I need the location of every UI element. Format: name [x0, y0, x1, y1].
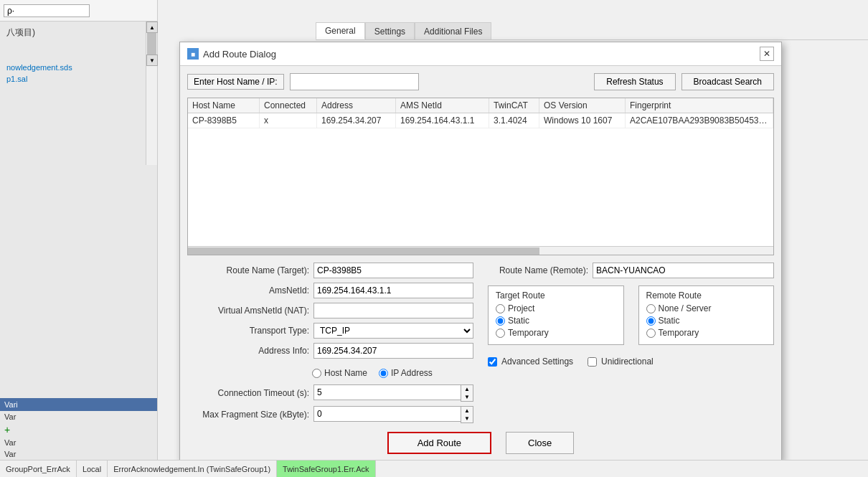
col-twincat: TwinCAT — [489, 98, 539, 113]
route-name-remote-row: Route Name (Remote): — [488, 263, 774, 278]
route-name-remote-input[interactable] — [593, 263, 774, 278]
route-name-remote-label: Route Name (Remote): — [488, 265, 588, 275]
scroll-thumb[interactable] — [147, 33, 156, 55]
remote-temporary-radio[interactable] — [646, 329, 656, 338]
scroll-up-btn[interactable]: ▲ — [146, 22, 158, 33]
dialog-footer: Add Route Close — [187, 432, 774, 454]
conn-timeout-arrows: ▲ ▼ — [461, 384, 473, 402]
virtual-amsnetid-label: Virtual AmsNetId (NAT): — [187, 306, 309, 316]
search-box[interactable]: ρ · — [4, 4, 90, 17]
var-add-btn[interactable]: + — [0, 422, 157, 437]
target-project-radio[interactable] — [496, 304, 505, 313]
td-amsnetid: 169.254.164.43.1.1 — [396, 113, 489, 128]
broadcast-search-btn[interactable]: Broadcast Search — [681, 73, 774, 90]
table-header: Host Name Connected Address AMS NetId Tw… — [188, 98, 773, 113]
max-fragment-up[interactable]: ▲ — [461, 407, 473, 415]
remote-none-radio[interactable] — [646, 304, 656, 313]
form-left: Route Name (Target): AmsNetId: Virtual A… — [187, 263, 473, 423]
transport-type-row: Transport Type: TCP_IP — [187, 323, 473, 339]
hostname-radio-label[interactable]: Host Name — [312, 368, 367, 378]
target-temporary-label[interactable]: Temporary — [496, 328, 616, 338]
td-hostname: CP-8398B5 — [188, 113, 260, 128]
ipaddress-radio[interactable] — [379, 369, 388, 378]
host-input[interactable] — [290, 73, 419, 90]
target-route-group: Target Route Project Static — [488, 285, 624, 345]
target-temporary-text: Temporary — [508, 328, 549, 338]
advanced-settings-checkbox[interactable] — [488, 357, 497, 367]
var-item-2[interactable]: Var — [0, 437, 157, 448]
hostname-radio[interactable] — [312, 369, 321, 378]
conn-timeout-up[interactable]: ▲ — [461, 385, 473, 393]
conn-timeout-row: Connection Timeout (s): ▲ ▼ — [187, 384, 473, 402]
dialog-title-text: Add Route Dialog — [203, 49, 276, 60]
status-bar: GroupPort_ErrAck Local ErrorAcknowledgem… — [0, 460, 868, 477]
close-button[interactable]: Close — [506, 432, 574, 454]
unidirectional-checkbox[interactable] — [588, 357, 597, 367]
remote-none-label[interactable]: None / Server — [646, 303, 767, 313]
file-item-sds[interactable]: nowledgement.sds — [4, 62, 154, 73]
scroll-down-btn[interactable]: ▼ — [146, 55, 158, 66]
left-scrollbar[interactable]: ▲ ▼ — [146, 22, 157, 165]
target-static-radio[interactable] — [496, 316, 505, 326]
search-icon: ρ — [7, 6, 12, 16]
var-panel-title: Vari — [0, 398, 157, 411]
remote-temporary-label[interactable]: Temporary — [646, 328, 767, 338]
var-item-1[interactable]: Var — [0, 411, 157, 422]
transport-type-select[interactable]: TCP_IP — [313, 323, 473, 339]
host-row: Enter Host Name / IP: Refresh Status Bro… — [187, 73, 774, 90]
table-scrollbar[interactable] — [188, 246, 773, 255]
advanced-settings-label[interactable]: Advanced Settings — [488, 356, 573, 367]
project-item[interactable]: 八项目) — [4, 25, 154, 40]
advanced-settings-text: Advanced Settings — [501, 356, 573, 367]
remote-route-group: Remote Route None / Server Static — [638, 285, 775, 345]
col-connected: Connected — [260, 98, 317, 113]
target-route-title: Target Route — [496, 291, 616, 301]
enter-host-btn[interactable]: Enter Host Name / IP: — [187, 74, 284, 90]
unidirectional-label[interactable]: Unidirectional — [588, 356, 654, 367]
max-fragment-arrows: ▲ ▼ — [461, 406, 473, 423]
ipaddress-radio-text: IP Address — [391, 368, 433, 378]
remote-none-text: None / Server — [659, 303, 712, 313]
target-static-label[interactable]: Static — [496, 316, 616, 326]
table-row[interactable]: CP-8398B5 x 169.254.34.207 169.254.164.4… — [188, 113, 773, 128]
dialog-body: Enter Host Name / IP: Refresh Status Bro… — [180, 66, 781, 461]
virtual-amsnetid-input[interactable] — [313, 303, 473, 318]
left-file-items: nowledgement.sds p1.sal — [4, 62, 154, 85]
dialog-overlay: ■ Add Route Dialog ✕ Enter Host Name / I… — [158, 20, 868, 477]
device-table[interactable]: Host Name Connected Address AMS NetId Tw… — [187, 98, 774, 255]
td-address: 169.254.34.207 — [317, 113, 396, 128]
refresh-status-btn[interactable]: Refresh Status — [594, 73, 675, 90]
add-route-button[interactable]: Add Route — [387, 432, 491, 454]
dialog-title-left: ■ Add Route Dialog — [187, 48, 276, 60]
route-name-input[interactable] — [313, 263, 473, 278]
route-options-container: Target Route Project Static — [488, 285, 774, 345]
target-project-label[interactable]: Project — [496, 303, 616, 313]
remote-static-label[interactable]: Static — [646, 316, 767, 326]
conn-timeout-label: Connection Timeout (s): — [187, 388, 309, 398]
unidirectional-text: Unidirectional — [601, 356, 654, 367]
address-info-row: Address Info: — [187, 343, 473, 359]
virtual-amsnetid-row: Virtual AmsNetId (NAT): — [187, 303, 473, 318]
amsnetid-input[interactable] — [313, 283, 473, 298]
max-fragment-input[interactable] — [313, 406, 461, 422]
td-fingerprint: A2CAE107BAA293B9083B50453BE1D9F — [626, 113, 773, 128]
table-scrollbar-thumb[interactable] — [188, 247, 539, 255]
form-area: Route Name (Target): AmsNetId: Virtual A… — [187, 263, 774, 423]
file-item-sal[interactable]: p1.sal — [4, 73, 154, 85]
amsnetid-row: AmsNetId: — [187, 283, 473, 298]
max-fragment-spinner: ▲ ▼ — [313, 406, 473, 423]
scroll-down-icon: ▼ — [149, 57, 155, 64]
amsnetid-label: AmsNetId: — [187, 285, 309, 296]
ipaddress-radio-label[interactable]: IP Address — [379, 368, 433, 378]
status-error-ack: ErrorAcknowledgement.In (TwinSafeGroup1) — [108, 461, 277, 477]
max-fragment-down[interactable]: ▼ — [461, 415, 473, 422]
route-name-label: Route Name (Target): — [187, 265, 309, 275]
conn-timeout-input[interactable] — [313, 384, 461, 400]
dialog-close-button[interactable]: ✕ — [760, 47, 774, 61]
var-item-3[interactable]: Var — [0, 448, 157, 460]
conn-timeout-down[interactable]: ▼ — [461, 393, 473, 401]
target-temporary-radio[interactable] — [496, 329, 505, 338]
address-info-input[interactable] — [313, 343, 473, 359]
col-amsnetid: AMS NetId — [396, 98, 489, 113]
remote-static-radio[interactable] — [646, 316, 656, 326]
